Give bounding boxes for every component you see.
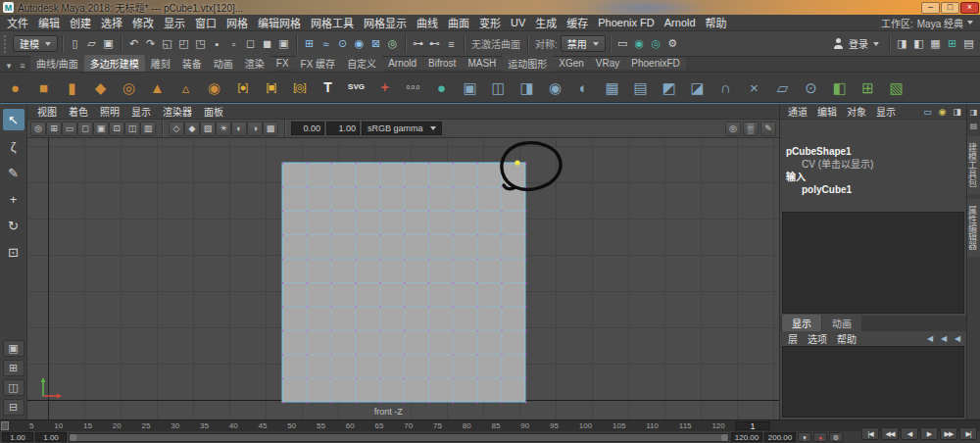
modeling-toolkit-toggle-icon[interactable]: ⊞ — [944, 35, 960, 52]
combine[interactable]: ▣ — [458, 75, 482, 100]
render-settings-icon[interactable]: ⚙ — [664, 35, 681, 52]
shaded-mode-icon[interactable]: ◆ — [184, 122, 200, 136]
shelf-tab[interactable]: PhoenixFD — [625, 57, 685, 70]
close-button[interactable]: × — [960, 2, 979, 14]
input-connections-icon[interactable]: ⊶ — [410, 35, 426, 52]
smooth-mesh-preview[interactable]: ● — [429, 75, 454, 100]
smooth[interactable]: ▦ — [600, 75, 624, 100]
select-tool[interactable]: ↖ — [3, 109, 24, 130]
animation-preferences-button[interactable]: ⚙ — [829, 432, 843, 442]
menubar-item[interactable]: 编辑 — [33, 15, 65, 30]
layout-split-button[interactable]: ⊟ — [3, 399, 24, 416]
poly-sphere[interactable]: ● — [3, 75, 27, 100]
origin-locator[interactable]: 0,0,0 — [401, 75, 425, 100]
layer-editor-menu-item[interactable]: 选项 — [803, 331, 832, 346]
paint-select-tool[interactable]: ✎ — [3, 162, 24, 183]
anim-start-field[interactable]: 1.00 — [2, 432, 33, 442]
menubar-item[interactable]: 窗口 — [190, 15, 221, 30]
select-hierarchy-icon[interactable]: ◱ — [159, 35, 175, 52]
safe-action-icon[interactable]: ◫ — [124, 122, 140, 136]
ipr-render-icon[interactable]: ◎ — [648, 35, 664, 52]
mask-lines-icon[interactable]: ▫ — [225, 35, 242, 52]
sculpt[interactable]: ▧ — [884, 75, 908, 100]
symmetry-selector[interactable]: 禁用 — [561, 35, 606, 52]
select-object-icon[interactable]: ◰ — [175, 35, 192, 52]
shelf-tab[interactable]: FX — [270, 57, 295, 70]
shelf-tab[interactable]: 运动图形 — [502, 55, 553, 72]
go-to-start-button[interactable]: |◀ — [861, 427, 879, 440]
shape-node-row[interactable]: pCubeShape1 — [780, 145, 966, 158]
construction-history-icon[interactable]: ≡ — [443, 35, 460, 52]
menubar-item[interactable]: 网格显示 — [359, 15, 412, 30]
poly-pipe[interactable]: ◉ — [202, 75, 226, 100]
grid-toggle-icon[interactable]: ⊞ — [46, 122, 62, 136]
separate[interactable]: ◫ — [486, 75, 511, 100]
exposure-field[interactable]: 0.00 — [291, 122, 324, 135]
menubar-item[interactable]: 编辑网格 — [253, 15, 306, 30]
shelf-menu-icon[interactable]: ▾ — [2, 59, 16, 72]
lattice[interactable]: ⊞ — [856, 75, 880, 100]
xray-icon[interactable]: ▒ — [743, 122, 759, 136]
layer-editor-tab[interactable]: 显示 — [782, 315, 821, 331]
channel-box-menu-item[interactable]: 对象 — [842, 104, 871, 119]
sidebar-vertical-tab[interactable]: 属性编辑器 — [967, 199, 980, 257]
menubar-item[interactable]: 创建 — [65, 15, 96, 30]
channel-box-menu-item[interactable]: 显示 — [871, 104, 901, 119]
playback-start-field[interactable]: 1.00 — [35, 432, 67, 442]
textured-mode-icon[interactable]: ▨ — [200, 122, 216, 136]
open-render-view-icon[interactable]: ▭ — [614, 35, 631, 52]
shelf-tab[interactable]: Bifrost — [422, 57, 462, 70]
pcube-object[interactable] — [282, 163, 526, 403]
play-forward-button[interactable]: ▶ — [920, 427, 938, 440]
grease-pencil-icon[interactable]: ✎ — [760, 122, 776, 136]
make-live-icon[interactable]: ◎ — [384, 35, 401, 52]
poly-cylinder[interactable]: ▮ — [60, 75, 84, 100]
mask-objects-icon[interactable]: ▣ — [275, 35, 292, 52]
rotate-tool[interactable]: ↻ — [3, 215, 24, 236]
attribute-editor-toggle-icon[interactable]: ◨ — [894, 35, 910, 52]
snap-projected-center-icon[interactable]: ◉ — [351, 35, 368, 52]
layer-editor-menu-item[interactable]: 帮助 — [832, 331, 861, 346]
output-connections-icon[interactable]: ⊷ — [426, 35, 443, 52]
isolate-select-icon[interactable]: ◎ — [725, 122, 741, 136]
character-set-menu-button[interactable]: ▾ — [798, 432, 811, 442]
live-surface-button[interactable]: 无激活曲面 — [468, 36, 523, 51]
select-component-icon[interactable]: ◳ — [192, 35, 209, 52]
field-chart-icon[interactable]: ⊡ — [109, 122, 124, 136]
extrude[interactable]: ◩ — [657, 75, 681, 100]
input-node-row[interactable]: polyCube1 — [780, 183, 966, 196]
scale-tool[interactable]: ⊡ — [3, 241, 24, 263]
maximize-button[interactable]: □ — [941, 2, 959, 14]
poly-pyramid[interactable]: ▵ — [173, 75, 198, 100]
redo-icon[interactable]: ↷ — [142, 35, 159, 52]
shelf-tab[interactable]: Arnold — [382, 57, 422, 70]
extract[interactable]: ◨ — [514, 75, 539, 100]
shelf-tab[interactable]: MASH — [462, 57, 502, 70]
menubar-item[interactable]: 帮助 — [701, 15, 732, 30]
pcube-front-mesh[interactable] — [282, 163, 526, 403]
channel-box-toggle-icon[interactable]: ▦ — [927, 35, 944, 52]
playback-end-field[interactable]: 120.00 — [731, 432, 762, 442]
anti-aliasing-icon[interactable]: ▩ — [263, 122, 278, 136]
channel-box-menu-item[interactable]: 编辑 — [812, 104, 842, 119]
step-back-frame-button[interactable]: ◀◀ — [881, 427, 899, 440]
channel-slider-mode-icon[interactable]: ▭ — [921, 105, 934, 118]
range-slider[interactable] — [69, 433, 729, 442]
panel-menu-item[interactable]: 显示 — [125, 104, 157, 119]
mask-faces-icon[interactable]: ◻ — [242, 35, 259, 52]
current-time-marker[interactable] — [1, 421, 9, 430]
play-backward-button[interactable]: ◀ — [901, 427, 918, 440]
snap-view-plane-icon[interactable]: ⊠ — [368, 35, 384, 52]
use-all-lights-icon[interactable]: ☀ — [216, 122, 231, 136]
new-scene-icon[interactable]: ▯ — [67, 35, 83, 52]
shelf-tab[interactable]: VRay — [590, 57, 625, 70]
gate-mask-icon[interactable]: ▣ — [93, 122, 109, 136]
time-slider[interactable]: 5101520253035404550556065707580859095100… — [0, 420, 733, 431]
save-scene-icon[interactable]: ▣ — [100, 35, 117, 52]
menu-set-selector[interactable]: 建模 — [13, 35, 58, 52]
shadows-icon[interactable]: ◐ — [231, 122, 247, 136]
titlebar[interactable]: M Autodesk Maya 2018: 无标题* --- pCube1.vt… — [0, 0, 980, 15]
menubar-item[interactable]: 选择 — [96, 15, 127, 30]
menubar-item[interactable]: UV — [506, 17, 530, 28]
sign-in-button[interactable]: 登录 — [827, 36, 885, 51]
